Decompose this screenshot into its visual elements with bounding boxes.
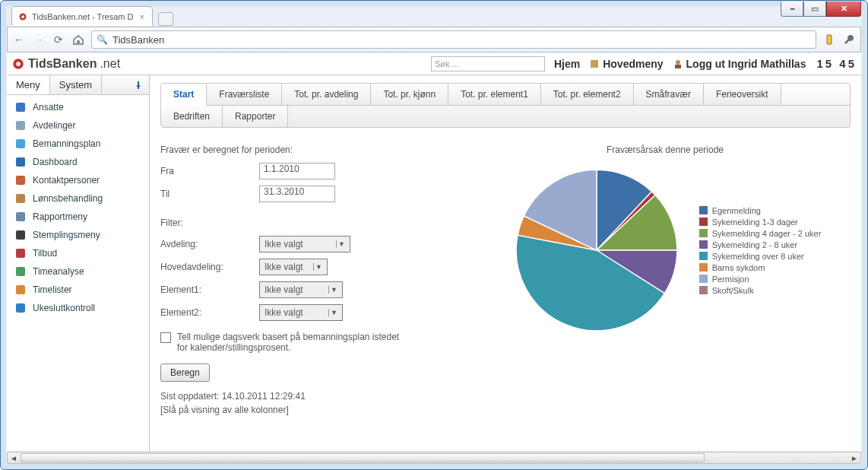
legend-swatch [699, 275, 708, 283]
sidebar-item-ukesluttkontroll[interactable]: Ukesluttkontroll [7, 299, 149, 317]
filter-title: Filter: [160, 218, 480, 228]
tab-tot-pr-kj-nn[interactable]: Tot. pr. kjønn [371, 84, 448, 106]
element1-label: Element1: [160, 284, 259, 295]
legend-label: Sykemelding over 8 uker [712, 252, 804, 261]
legend-item: Permisjon [699, 275, 822, 284]
close-tab-icon[interactable]: × [139, 12, 144, 21]
columns-toggle[interactable]: [Slå på visning av alle kolonner] [160, 403, 480, 417]
sidebar-item-stemplingsmeny[interactable]: Stemplingsmeny [7, 226, 149, 244]
site-search-input[interactable]: Søk ... [431, 56, 545, 71]
legend-label: Skoft/Skulk [712, 286, 754, 295]
pie-chart [509, 163, 684, 338]
dagsverk-checkbox[interactable] [160, 332, 171, 343]
legend-label: Permisjon [712, 275, 749, 284]
legend-item: Sykemelding 4 dager - 2 uker [699, 229, 822, 238]
brand-logo[interactable]: TidsBanken.net [11, 57, 120, 71]
tab-bedriften[interactable]: Bedriften [161, 106, 223, 127]
legend-swatch [699, 286, 708, 294]
home-icon[interactable] [71, 33, 85, 46]
legend-item: Sykemelding 2 - 8 uker [699, 240, 822, 249]
svg-rect-8 [16, 103, 25, 112]
sidebar-item-kontaktpersoner[interactable]: Kontaktpersoner [7, 171, 149, 189]
hovedavdeling-select[interactable]: Ikke valgt▼ [259, 259, 328, 275]
avdeling-select[interactable]: Ikke valgt▼ [259, 236, 350, 252]
sidebar-tab-menu[interactable]: Meny [7, 75, 50, 94]
tab-tot-pr-element2[interactable]: Tot. pr. element2 [541, 84, 634, 106]
scroll-right-icon[interactable]: ► [848, 454, 860, 462]
brand-name: TidsBanken [28, 57, 97, 71]
legend-item: Sykemelding over 8 uker [699, 252, 822, 261]
sidebar-item-label: Dashboard [33, 157, 78, 167]
svg-rect-7 [675, 65, 681, 68]
logout-icon [673, 59, 683, 69]
tab-start[interactable]: Start [161, 84, 207, 106]
site-search-placeholder: Søk ... [435, 59, 459, 68]
sidebar-item-rapportmeny[interactable]: Rapportmeny [7, 208, 149, 226]
from-input[interactable]: 1.1.2010 [259, 163, 335, 179]
from-label: Fra [160, 166, 259, 176]
svg-rect-2 [827, 35, 832, 44]
brand-suffix: .net [100, 57, 120, 71]
sidebar-item-icon [14, 192, 27, 205]
extension-icon[interactable] [822, 33, 836, 46]
svg-rect-10 [16, 139, 25, 148]
sidebar-item-icon [14, 138, 27, 150]
avdeling-label: Avdeling: [160, 239, 259, 249]
wrench-icon[interactable] [842, 33, 856, 46]
reload-icon[interactable]: ⟳ [52, 33, 65, 46]
tab-frav-rsliste[interactable]: Fraværsliste [207, 84, 282, 106]
tab-rapporter[interactable]: Rapporter [223, 106, 288, 127]
sidebar-item-bemanningsplan[interactable]: Bemanningsplan [7, 135, 149, 153]
sidebar-item-label: Rapportmeny [33, 211, 87, 222]
sidebar-item-timelister[interactable]: Timelister [7, 281, 149, 299]
scroll-thumb[interactable] [21, 453, 705, 462]
new-tab-button[interactable] [158, 12, 173, 26]
last-updated: Sist oppdatert: 14.10.2011 12:29:41 [160, 389, 480, 403]
sidebar-item-icon [14, 211, 27, 223]
sidebar-item-ansatte[interactable]: Ansatte [7, 98, 149, 116]
beregn-button[interactable]: Beregn [160, 364, 210, 382]
svg-point-4 [16, 62, 21, 66]
dagsverk-checkbox-label: Tell mulige dagsverk basert på bemanning… [177, 332, 405, 353]
chevron-down-icon: ▼ [328, 286, 339, 294]
sidebar-item-label: Avdelinger [33, 120, 75, 131]
forward-icon[interactable]: → [32, 33, 46, 46]
legend-swatch [699, 229, 708, 237]
element2-select[interactable]: Ikke valgt▼ [259, 304, 343, 321]
address-bar[interactable]: 🔍 TidsBanken [91, 30, 816, 49]
tab-sm-frav-r[interactable]: Småfravær [634, 84, 704, 106]
nav-mainmenu[interactable]: Hovedmeny [589, 58, 663, 70]
window-maximize-button[interactable] [803, 2, 826, 17]
sidebar-item-timeanalyse[interactable]: Timeanalyse [7, 262, 149, 281]
sidebar-item-icon [14, 101, 27, 113]
window-close-button[interactable] [826, 2, 861, 17]
sidebar-item-label: Stemplingsmeny [33, 230, 100, 240]
scroll-left-icon[interactable]: ◄ [8, 454, 20, 462]
to-label: Til [160, 189, 259, 199]
window-minimize-button[interactable] [781, 2, 803, 17]
tab-ferieoversikt[interactable]: Ferieoversikt [704, 84, 781, 106]
mainmenu-icon [589, 59, 600, 69]
legend-swatch [699, 263, 708, 272]
legend-item: Sykemelding 1-3 dager [699, 218, 822, 227]
nav-home[interactable]: Hjem [554, 58, 580, 70]
element1-select[interactable]: Ikke valgt▼ [259, 281, 343, 298]
tab-tot-pr-avdeling[interactable]: Tot. pr. avdeling [282, 84, 371, 106]
to-input[interactable]: 31.3.2010 [259, 186, 335, 202]
tab-tot-pr-element1[interactable]: Tot. pr. element1 [448, 84, 541, 106]
horizontal-scrollbar[interactable]: ◄ ► [7, 452, 861, 464]
sidebar-item-icon [14, 284, 27, 296]
sidebar-item-icon [14, 247, 27, 259]
sidebar-item-label: Ansatte [33, 102, 64, 113]
pin-icon[interactable] [128, 75, 149, 94]
chart-title: Fraværsårsak denne periode [480, 144, 851, 155]
sidebar-tab-system[interactable]: System [50, 75, 102, 94]
svg-rect-15 [16, 230, 25, 240]
back-icon[interactable]: ← [12, 33, 26, 46]
sidebar-item-lonnsbehandling[interactable]: Lønnsbehandling [7, 189, 149, 208]
sidebar-item-tilbud[interactable]: Tilbud [7, 244, 149, 262]
browser-tab[interactable]: TidsBanken.net - Tresam D × [11, 6, 153, 26]
sidebar-item-avdelinger[interactable]: Avdelinger [7, 116, 149, 135]
sidebar-item-dashboard[interactable]: Dashboard [7, 153, 149, 171]
nav-logout[interactable]: Logg ut Ingrid Mathillas [673, 58, 806, 70]
